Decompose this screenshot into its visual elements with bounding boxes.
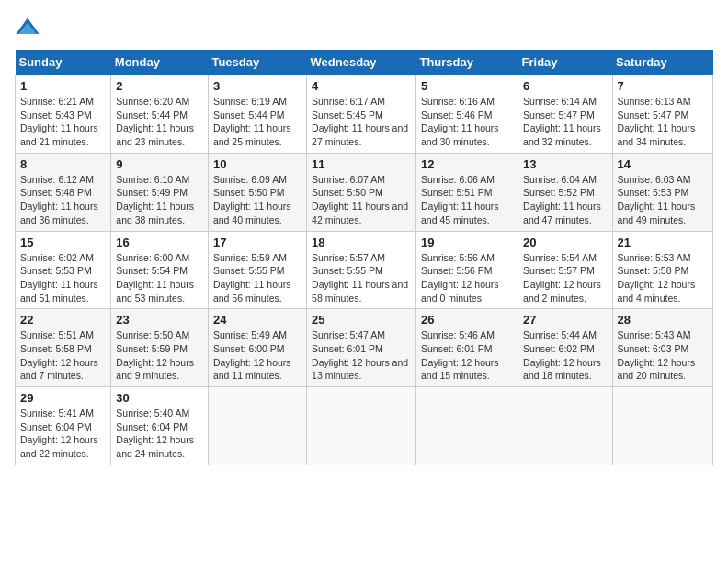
- day-number: 18: [312, 236, 411, 249]
- day-info: Sunrise: 6:00 AM Sunset: 5:54 PM Dayligh…: [116, 251, 203, 305]
- calendar-cell: 19 Sunrise: 5:56 AM Sunset: 5:56 PM Dayl…: [415, 231, 518, 309]
- calendar-cell: 27 Sunrise: 5:44 AM Sunset: 6:02 PM Dayl…: [518, 309, 613, 387]
- day-info: Sunrise: 6:03 AM Sunset: 5:53 PM Dayligh…: [618, 173, 708, 227]
- calendar-cell: [612, 387, 712, 465]
- day-number: 29: [20, 391, 106, 405]
- day-info: Sunrise: 6:10 AM Sunset: 5:49 PM Dayligh…: [116, 173, 203, 227]
- day-number: 25: [312, 313, 411, 327]
- calendar-cell: 20 Sunrise: 5:54 AM Sunset: 5:57 PM Dayl…: [518, 231, 613, 309]
- day-info: Sunrise: 5:54 AM Sunset: 5:57 PM Dayligh…: [523, 251, 608, 305]
- calendar-cell: 13 Sunrise: 6:04 AM Sunset: 5:52 PM Dayl…: [518, 153, 613, 231]
- day-number: 19: [421, 236, 513, 249]
- day-number: 2: [116, 79, 203, 93]
- day-info: Sunrise: 6:02 AM Sunset: 5:53 PM Dayligh…: [20, 251, 106, 305]
- col-header-sunday: Sunday: [16, 50, 111, 75]
- day-info: Sunrise: 5:44 AM Sunset: 6:02 PM Dayligh…: [523, 328, 608, 383]
- calendar-cell: 12 Sunrise: 6:06 AM Sunset: 5:51 PM Dayl…: [415, 153, 518, 231]
- calendar-cell: 18 Sunrise: 5:57 AM Sunset: 5:55 PM Dayl…: [307, 231, 416, 309]
- day-info: Sunrise: 5:49 AM Sunset: 6:00 PM Dayligh…: [213, 328, 301, 383]
- day-info: Sunrise: 6:19 AM Sunset: 5:44 PM Dayligh…: [213, 95, 301, 149]
- day-number: 21: [618, 236, 708, 249]
- day-number: 30: [116, 391, 203, 405]
- calendar-cell: 25 Sunrise: 5:47 AM Sunset: 6:01 PM Dayl…: [307, 309, 416, 387]
- day-number: 12: [421, 157, 513, 171]
- page-header: [15, 15, 713, 40]
- day-info: Sunrise: 5:43 AM Sunset: 6:03 PM Dayligh…: [618, 328, 708, 383]
- day-number: 8: [20, 157, 106, 171]
- day-info: Sunrise: 6:20 AM Sunset: 5:44 PM Dayligh…: [116, 95, 203, 149]
- day-number: 27: [523, 313, 608, 327]
- day-number: 3: [213, 79, 301, 93]
- day-info: Sunrise: 5:40 AM Sunset: 6:04 PM Dayligh…: [116, 407, 203, 461]
- day-info: Sunrise: 5:46 AM Sunset: 6:01 PM Dayligh…: [421, 328, 513, 383]
- day-number: 22: [20, 313, 106, 327]
- day-number: 11: [312, 157, 411, 171]
- calendar-cell: 16 Sunrise: 6:00 AM Sunset: 5:54 PM Dayl…: [111, 231, 209, 309]
- calendar-cell: 28 Sunrise: 5:43 AM Sunset: 6:03 PM Dayl…: [612, 309, 712, 387]
- calendar-cell: 3 Sunrise: 6:19 AM Sunset: 5:44 PM Dayli…: [208, 75, 306, 154]
- day-number: 23: [116, 313, 203, 327]
- day-info: Sunrise: 6:14 AM Sunset: 5:47 PM Dayligh…: [523, 95, 608, 149]
- day-number: 7: [618, 79, 708, 93]
- calendar-cell: 14 Sunrise: 6:03 AM Sunset: 5:53 PM Dayl…: [612, 153, 712, 231]
- day-number: 1: [20, 79, 106, 93]
- col-header-tuesday: Tuesday: [208, 50, 306, 75]
- col-header-thursday: Thursday: [415, 50, 518, 75]
- day-info: Sunrise: 5:51 AM Sunset: 5:58 PM Dayligh…: [20, 328, 106, 383]
- calendar-cell: 6 Sunrise: 6:14 AM Sunset: 5:47 PM Dayli…: [518, 75, 613, 154]
- col-header-monday: Monday: [111, 50, 209, 75]
- day-number: 16: [116, 236, 203, 249]
- day-info: Sunrise: 6:12 AM Sunset: 5:48 PM Dayligh…: [20, 173, 106, 227]
- calendar-cell: 17 Sunrise: 5:59 AM Sunset: 5:55 PM Dayl…: [208, 231, 306, 309]
- calendar-table: SundayMondayTuesdayWednesdayThursdayFrid…: [15, 50, 713, 465]
- day-info: Sunrise: 6:21 AM Sunset: 5:43 PM Dayligh…: [20, 95, 106, 149]
- calendar-cell: 26 Sunrise: 5:46 AM Sunset: 6:01 PM Dayl…: [415, 309, 518, 387]
- calendar-cell: 2 Sunrise: 6:20 AM Sunset: 5:44 PM Dayli…: [111, 75, 209, 154]
- calendar-cell: [208, 387, 306, 465]
- calendar-cell: 7 Sunrise: 6:13 AM Sunset: 5:47 PM Dayli…: [612, 75, 712, 154]
- day-info: Sunrise: 6:13 AM Sunset: 5:47 PM Dayligh…: [618, 95, 708, 149]
- calendar-cell: 4 Sunrise: 6:17 AM Sunset: 5:45 PM Dayli…: [307, 75, 416, 154]
- day-number: 20: [523, 236, 608, 249]
- col-header-wednesday: Wednesday: [307, 50, 416, 75]
- day-number: 24: [213, 313, 301, 327]
- calendar-cell: [518, 387, 613, 465]
- day-number: 9: [116, 157, 203, 171]
- day-info: Sunrise: 6:09 AM Sunset: 5:50 PM Dayligh…: [213, 173, 301, 227]
- calendar-cell: 10 Sunrise: 6:09 AM Sunset: 5:50 PM Dayl…: [208, 153, 306, 231]
- day-number: 15: [20, 236, 106, 249]
- day-info: Sunrise: 6:07 AM Sunset: 5:50 PM Dayligh…: [312, 173, 411, 227]
- calendar-cell: 9 Sunrise: 6:10 AM Sunset: 5:49 PM Dayli…: [111, 153, 209, 231]
- day-info: Sunrise: 5:57 AM Sunset: 5:55 PM Dayligh…: [312, 251, 411, 305]
- day-info: Sunrise: 5:47 AM Sunset: 6:01 PM Dayligh…: [312, 328, 411, 383]
- calendar-cell: 5 Sunrise: 6:16 AM Sunset: 5:46 PM Dayli…: [415, 75, 518, 154]
- day-info: Sunrise: 5:53 AM Sunset: 5:58 PM Dayligh…: [618, 251, 708, 305]
- calendar-cell: 24 Sunrise: 5:49 AM Sunset: 6:00 PM Dayl…: [208, 309, 306, 387]
- calendar-cell: 23 Sunrise: 5:50 AM Sunset: 5:59 PM Dayl…: [111, 309, 209, 387]
- day-number: 10: [213, 157, 301, 171]
- calendar-cell: 30 Sunrise: 5:40 AM Sunset: 6:04 PM Dayl…: [111, 387, 209, 465]
- calendar-cell: 15 Sunrise: 6:02 AM Sunset: 5:53 PM Dayl…: [16, 231, 111, 309]
- day-info: Sunrise: 5:50 AM Sunset: 5:59 PM Dayligh…: [116, 328, 203, 383]
- logo-icon: [15, 15, 40, 40]
- day-number: 26: [421, 313, 513, 327]
- col-header-saturday: Saturday: [612, 50, 712, 75]
- calendar-cell: 1 Sunrise: 6:21 AM Sunset: 5:43 PM Dayli…: [16, 75, 111, 154]
- calendar-cell: 22 Sunrise: 5:51 AM Sunset: 5:58 PM Dayl…: [16, 309, 111, 387]
- day-info: Sunrise: 6:06 AM Sunset: 5:51 PM Dayligh…: [421, 173, 513, 227]
- day-number: 5: [421, 79, 513, 93]
- logo: [15, 15, 44, 40]
- day-number: 13: [523, 157, 608, 171]
- day-info: Sunrise: 6:17 AM Sunset: 5:45 PM Dayligh…: [312, 95, 411, 149]
- calendar-cell: 11 Sunrise: 6:07 AM Sunset: 5:50 PM Dayl…: [307, 153, 416, 231]
- day-number: 4: [312, 79, 411, 93]
- day-info: Sunrise: 5:56 AM Sunset: 5:56 PM Dayligh…: [421, 251, 513, 305]
- day-number: 17: [213, 236, 301, 249]
- day-number: 6: [523, 79, 608, 93]
- day-info: Sunrise: 6:16 AM Sunset: 5:46 PM Dayligh…: [421, 95, 513, 149]
- calendar-cell: 29 Sunrise: 5:41 AM Sunset: 6:04 PM Dayl…: [16, 387, 111, 465]
- day-number: 14: [618, 157, 708, 171]
- calendar-cell: 8 Sunrise: 6:12 AM Sunset: 5:48 PM Dayli…: [16, 153, 111, 231]
- day-info: Sunrise: 5:41 AM Sunset: 6:04 PM Dayligh…: [20, 407, 106, 461]
- calendar-cell: 21 Sunrise: 5:53 AM Sunset: 5:58 PM Dayl…: [612, 231, 712, 309]
